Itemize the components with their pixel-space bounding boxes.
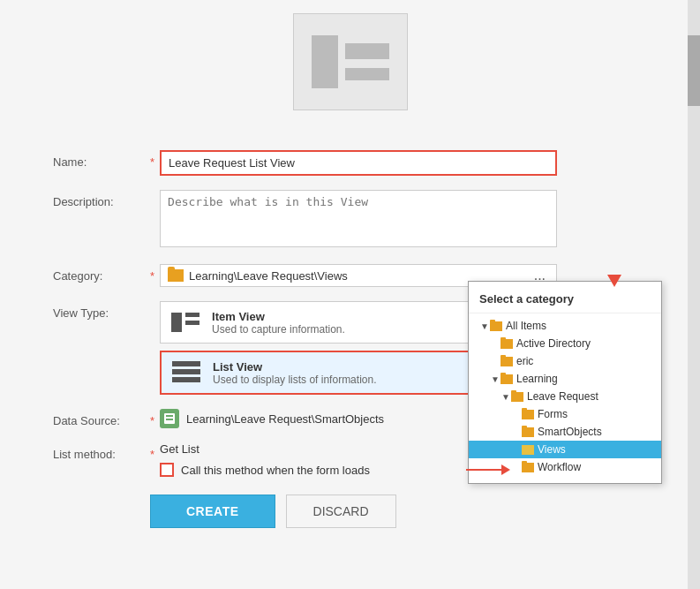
category-label: Category: (53, 264, 150, 283)
tree-item-forms[interactable]: ▶ Forms (469, 405, 661, 423)
lm-required: * (150, 442, 154, 461)
tree-item-smartobjects[interactable]: ▶ SmartObjects (469, 423, 661, 441)
iv-line-2 (185, 321, 199, 325)
category-popup: Select a category ▼ All Items ▶ Active D… (468, 281, 662, 484)
category-folder-icon (168, 269, 184, 282)
create-button[interactable]: CREATE (150, 495, 275, 528)
list-view-name: List View (213, 360, 376, 374)
name-label: Name: (53, 150, 150, 169)
datasource-label: Data Source: (53, 409, 150, 427)
wf-folder-icon (522, 463, 534, 472)
description-label: Description: (53, 190, 150, 208)
name-required: * (150, 150, 154, 169)
allitems-label: All Items (506, 320, 546, 332)
svg-rect-2 (166, 419, 173, 420)
svg-rect-1 (166, 415, 173, 417)
forms-label: Forms (538, 408, 568, 420)
so-label: SmartObjects (538, 426, 602, 438)
ad-folder-icon (501, 339, 513, 349)
views-label: Views (538, 443, 566, 456)
tree-item-learning[interactable]: ▼ Learning (469, 370, 661, 388)
arrow-right-head (501, 464, 510, 475)
allitems-arrow: ▼ (479, 321, 490, 331)
item-view-info: Item View Used to capture information. (212, 310, 345, 336)
eric-folder-icon (501, 357, 513, 366)
main-container: Name: * Description: * Category: * Learn… (0, 0, 700, 589)
tree-item-leaverequest[interactable]: ▼ Leave Request (469, 388, 661, 405)
icon-bottom-bar (345, 68, 389, 80)
learning-folder-icon (501, 374, 513, 384)
tree-item-activedirectory[interactable]: ▶ Active Directory (469, 335, 661, 352)
learning-arrow: ▼ (490, 374, 501, 384)
list-view-icon-wrap (170, 359, 202, 386)
desc-spacer: * (150, 190, 154, 208)
item-view-right (185, 313, 199, 325)
item-view-name: Item View (212, 310, 345, 323)
category-required: * (150, 264, 154, 283)
view-type-label: View Type: (53, 301, 150, 320)
lr-arrow: ▼ (501, 391, 511, 402)
icon-left-rect (312, 35, 338, 88)
datasource-value-text: Learning\Leave Request\SmartObjects (186, 412, 384, 426)
arrow-right-line (466, 469, 501, 471)
eric-label: eric (516, 355, 533, 367)
view-icon-placeholder (293, 13, 408, 110)
arrow-right-indicator (466, 464, 510, 475)
ad-label: Active Directory (516, 337, 591, 350)
list-view-desc: Used to display lists of information. (213, 374, 376, 386)
description-textarea[interactable] (160, 190, 557, 247)
item-view-icon (169, 309, 201, 336)
scrollbar-thumb[interactable] (688, 35, 700, 106)
form-loads-checkbox[interactable] (160, 463, 174, 477)
list-method-label: List method: (53, 442, 150, 461)
so-folder-icon (522, 427, 534, 437)
tree-item-eric[interactable]: ▶ eric (469, 352, 661, 370)
checkbox-label: Call this method when the form loads (181, 464, 370, 477)
lr-label: Leave Request (527, 390, 598, 403)
action-buttons: CREATE DISCARD (150, 495, 647, 528)
forms-folder-icon (522, 410, 534, 419)
lv-row-1 (172, 361, 200, 366)
name-control (160, 150, 647, 176)
scrollbar[interactable] (688, 0, 700, 589)
lr-folder-icon (511, 392, 523, 402)
arrow-down-indicator (607, 275, 621, 287)
wf-label: Workflow (538, 461, 581, 473)
icon-top-bar (345, 43, 389, 59)
allitems-folder-icon (490, 321, 502, 331)
description-row: Description: * (53, 190, 647, 250)
lv-row-3 (172, 377, 200, 382)
tree-item-allitems[interactable]: ▼ All Items (469, 317, 661, 335)
datasource-icon (160, 409, 179, 428)
popup-title: Select a category (469, 289, 661, 313)
learning-label: Learning (516, 373, 558, 385)
item-view-desc: Used to capture information. (212, 323, 345, 336)
discard-button[interactable]: DISCARD (286, 495, 396, 528)
vt-spacer: * (150, 301, 154, 320)
ds-required: * (150, 409, 154, 427)
iv-line-1 (185, 313, 199, 317)
name-row: Name: * (53, 150, 647, 176)
list-view-info: List View Used to display lists of infor… (213, 360, 376, 386)
item-view-left (171, 313, 182, 332)
tree-item-views[interactable]: ▶ Views (469, 441, 661, 458)
icon-right-rect (345, 43, 389, 80)
lv-row-2 (172, 369, 200, 374)
description-control (160, 190, 647, 250)
name-input[interactable] (160, 150, 557, 176)
views-folder-icon (522, 445, 534, 455)
